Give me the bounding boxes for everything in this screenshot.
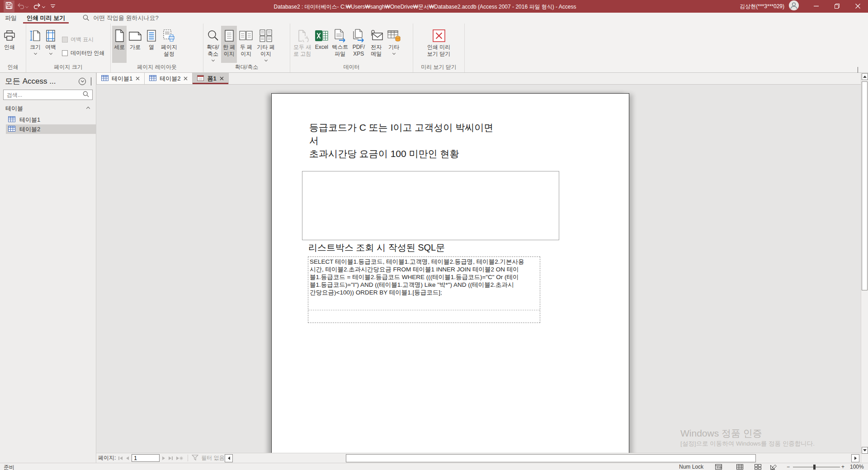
vertical-scrollbar[interactable] — [861, 73, 868, 463]
portrait-button[interactable]: 세로 — [112, 26, 127, 63]
report-page: 등급코드가 C 또는 I이고 고객성이 박씨이면 서 초과시간당 요금이 100… — [271, 93, 629, 453]
tab-print-preview[interactable]: 인쇄 미리 보기 — [22, 13, 70, 24]
table-icon — [149, 75, 156, 82]
listbox-empty — [302, 171, 559, 240]
page-setup-button[interactable]: 페이지 설정 — [159, 26, 179, 63]
margins-button[interactable]: 여백 — [43, 26, 58, 63]
one-page-button[interactable]: 한 페 이지 — [221, 26, 237, 63]
previous-page-button[interactable] — [125, 456, 130, 460]
nav-search-box[interactable] — [3, 90, 93, 100]
form-view-button[interactable] — [712, 464, 724, 470]
datasheet-view-button[interactable] — [734, 464, 745, 470]
table-icon — [8, 116, 15, 123]
group-close-preview: 인쇄 미리 보기 닫기 미리 보기 닫기 — [413, 24, 465, 72]
group-page-size: 크기 여백 여백 표시 데이터만 인쇄 — [26, 24, 111, 72]
access-window: Database2 : 데이터베이스- C:₩Users₩sangh₩OneDr… — [0, 0, 868, 470]
window-title: Database2 : 데이터베이스- C:₩Users₩sangh₩OneDr… — [18, 3, 832, 11]
last-page-button[interactable] — [168, 456, 174, 460]
layout-view-button[interactable] — [752, 464, 764, 470]
show-margins-checkbox[interactable]: 여백 표시 — [62, 36, 104, 43]
zoom-out-button[interactable]: − — [787, 464, 790, 470]
zoom-level: 100% — [850, 464, 864, 470]
refresh-all-button[interactable]: 모두 새 로 고침 — [292, 26, 313, 63]
size-button[interactable]: 크기 — [28, 26, 43, 63]
columns-icon — [146, 28, 157, 44]
nav-item-table1[interactable]: 테이블1 — [6, 115, 96, 124]
ribbon: 인쇄 인쇄 크기 여백 여백 — [0, 24, 868, 73]
nav-pane-collapse-button[interactable] — [91, 77, 91, 85]
printer-icon — [3, 28, 16, 44]
export-pdf-xps-button[interactable]: PDF/ XPS — [350, 26, 367, 63]
zoom-slider-thumb[interactable] — [813, 465, 816, 470]
close-preview-icon — [432, 28, 446, 44]
page-nav-label: 페이지: — [98, 454, 116, 462]
close-tab-icon[interactable] — [220, 75, 224, 82]
nav-section-tables[interactable]: 테이블 — [0, 100, 96, 115]
close-button[interactable] — [847, 0, 868, 13]
num-lock-indicator: Num Lock — [679, 464, 703, 470]
divider — [188, 455, 188, 461]
search-icon — [83, 14, 89, 22]
vscroll-down-button[interactable] — [862, 447, 868, 454]
more-export-button[interactable]: 기타 — [385, 26, 402, 63]
two-pages-button[interactable]: 두 페 이지 — [237, 26, 255, 63]
nav-pane-menu-icon[interactable] — [79, 78, 86, 85]
more-pages-button[interactable]: 기타 페 이지 — [255, 26, 276, 63]
close-tab-icon[interactable] — [184, 75, 188, 82]
vscroll-up-button[interactable] — [862, 73, 868, 80]
vscroll-thumb[interactable] — [862, 81, 868, 290]
status-bar: 준비 Num Lock − + 100% — [0, 463, 868, 470]
refresh-icon — [296, 28, 309, 44]
two-pages-icon — [239, 28, 253, 44]
ribbon-tab-row: 파일 인쇄 미리 보기 어떤 작업을 원하시나요? — [0, 13, 868, 24]
export-excel-button[interactable]: Excel — [313, 26, 330, 63]
columns-button[interactable]: 열 — [144, 26, 159, 63]
filter-indicator[interactable]: 필터 없음 — [192, 454, 224, 462]
zoom-slider-track[interactable] — [793, 467, 840, 467]
chevron-down-icon — [211, 58, 214, 62]
nav-item-table2[interactable]: 테이블2 — [6, 124, 96, 134]
print-preview-canvas[interactable]: 등급코드가 C 또는 I이고 고객성이 박씨이면 서 초과시간당 요금이 100… — [96, 85, 861, 453]
hscroll-thumb[interactable] — [346, 454, 756, 462]
save-button[interactable] — [4, 0, 14, 12]
hscroll-right-button[interactable] — [851, 454, 859, 462]
zoom-button[interactable]: 확대/ 축소 — [205, 26, 221, 63]
group-zoom: 확대/ 축소 한 페 이지 두 페 이지 기타 페 이지 확대/축소 — [203, 24, 290, 72]
pdf-xps-icon — [352, 28, 365, 44]
nav-search-input[interactable] — [7, 92, 83, 98]
minimize-icon — [814, 2, 819, 10]
email-icon — [369, 28, 383, 44]
next-page-button[interactable] — [161, 456, 166, 460]
print-button[interactable]: 인쇄 — [1, 26, 18, 63]
restore-button[interactable] — [826, 0, 847, 13]
tab-file[interactable]: 파일 — [0, 13, 22, 24]
minimize-button[interactable] — [806, 0, 826, 13]
one-page-icon — [224, 28, 235, 44]
close-tab-icon[interactable] — [136, 75, 140, 82]
chevron-down-icon — [49, 52, 52, 55]
doc-tab-form1[interactable]: 폼1 — [193, 73, 228, 84]
email-button[interactable]: 전자 메일 — [367, 26, 385, 63]
hscroll-left-button[interactable] — [225, 454, 233, 462]
new-page-button[interactable] — [175, 456, 184, 460]
search-icon — [83, 91, 89, 99]
checkbox-icon — [62, 50, 68, 56]
first-page-button[interactable] — [118, 456, 123, 460]
doc-tab-table2[interactable]: 테이블2 — [145, 73, 193, 84]
tellme-placeholder: 어떤 작업을 원하시나요? — [93, 14, 158, 22]
account-name[interactable]: 김상현(***3***029) — [740, 3, 784, 10]
close-print-preview-button[interactable]: 인쇄 미리 보기 닫기 — [425, 26, 452, 63]
page-navigation: 페이지: 필터 없음 — [98, 453, 231, 463]
doc-tab-table1[interactable]: 테이블1 — [96, 73, 145, 84]
landscape-button[interactable]: 가로 — [127, 26, 144, 63]
avatar[interactable] — [788, 0, 799, 13]
export-text-file-button[interactable]: 텍스트 파일 — [330, 26, 350, 63]
tellme-search[interactable]: 어떤 작업을 원하시나요? — [83, 14, 158, 22]
page-number-input[interactable] — [132, 454, 160, 462]
star-icon — [179, 456, 183, 460]
group-label-page-size: 페이지 크기 — [26, 63, 110, 72]
magnifier-icon — [207, 28, 219, 44]
print-data-only-checkbox[interactable]: 데이터만 인쇄 — [62, 49, 104, 57]
design-view-button[interactable] — [768, 464, 779, 470]
zoom-in-button[interactable]: + — [841, 464, 844, 470]
